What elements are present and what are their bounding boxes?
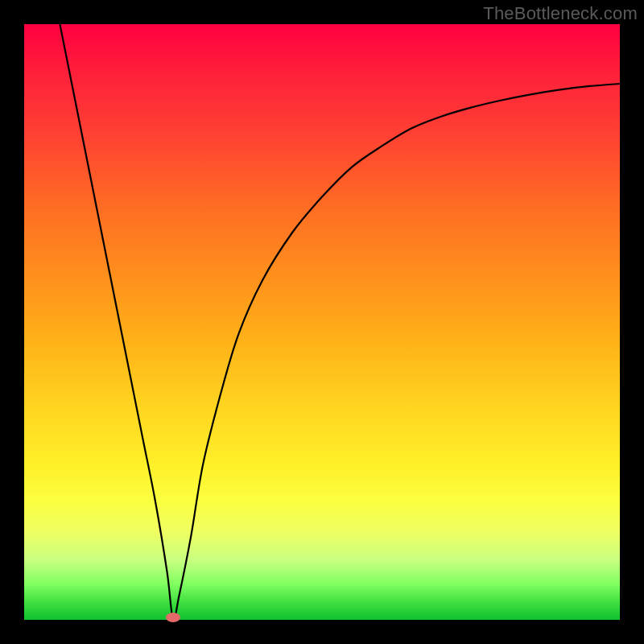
- watermark-text: TheBottleneck.com: [483, 3, 638, 24]
- bottleneck-curve: [60, 24, 620, 621]
- minimum-marker: [166, 613, 180, 622]
- chart-frame: TheBottleneck.com: [0, 0, 644, 644]
- curve-svg: [24, 24, 620, 620]
- plot-area: [24, 24, 620, 620]
